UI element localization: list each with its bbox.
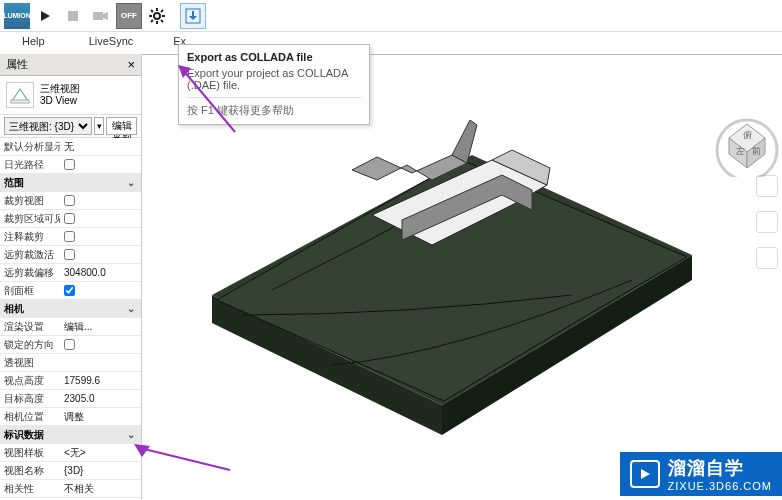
play-button[interactable] (32, 3, 58, 29)
property-label: 相关性 (0, 482, 60, 496)
panel-titlebar: 属性 × (0, 54, 141, 76)
property-checkbox[interactable] (64, 249, 75, 260)
property-label: 默认分析显示... (0, 140, 60, 154)
svg-marker-36 (641, 469, 650, 479)
property-label: 远剪裁偏移 (0, 266, 60, 280)
tooltip-hint: 按 F1 键获得更多帮助 (187, 97, 361, 118)
panel-close-button[interactable]: × (127, 59, 135, 70)
property-row[interactable]: 相机位置调整 (0, 408, 141, 426)
svg-point-4 (154, 13, 160, 19)
type-text: 三维视图 3D View (40, 83, 80, 107)
category-header[interactable]: 标识数据⌄ (0, 426, 141, 444)
filter-button[interactable]: ▾ (94, 117, 104, 135)
svg-marker-0 (41, 11, 50, 21)
property-value[interactable]: 不相关 (60, 482, 141, 496)
menu-help[interactable]: Help (0, 32, 67, 54)
svg-marker-3 (103, 12, 108, 20)
property-label: 相机位置 (0, 410, 60, 424)
edit-type-button[interactable]: 编辑类型 (106, 117, 137, 135)
tooltip-title: Export as COLLADA file (187, 51, 361, 63)
off-button[interactable]: OFF (116, 3, 142, 29)
property-value[interactable]: <无> (60, 446, 141, 460)
category-header[interactable]: 范围⌄ (0, 174, 141, 192)
svg-text:俯: 俯 (743, 130, 752, 140)
nav-bar (756, 175, 778, 269)
svg-line-9 (151, 10, 153, 12)
property-label: 裁剪区域可见 (0, 212, 60, 226)
nav-pan-icon[interactable] (756, 211, 778, 233)
property-row[interactable]: 远剪裁激活 (0, 246, 141, 264)
property-checkbox[interactable] (64, 231, 75, 242)
property-row[interactable]: 相关性不相关 (0, 480, 141, 498)
app-logo: LUMION (4, 3, 30, 29)
family-type-row[interactable]: 三维视图 3D View (0, 76, 141, 115)
property-value[interactable]: 304800.0 (60, 267, 141, 278)
nav-steering-icons[interactable] (756, 175, 778, 197)
menubar: Help LiveSync Ex (0, 32, 782, 54)
property-row[interactable]: 默认分析显示...无 (0, 138, 141, 156)
property-row[interactable]: 注释裁剪 (0, 228, 141, 246)
property-value[interactable]: {3D} (60, 465, 141, 476)
property-row[interactable]: 远剪裁偏移304800.0 (0, 264, 141, 282)
view-type-icon (6, 82, 34, 108)
property-label: 注释裁剪 (0, 230, 60, 244)
menu-livesync[interactable]: LiveSync (67, 32, 156, 54)
svg-text:左: 左 (736, 146, 745, 156)
watermark-play-icon (630, 460, 660, 488)
camera-button[interactable] (88, 3, 114, 29)
property-row[interactable]: 剖面框 (0, 282, 141, 300)
svg-line-10 (161, 20, 163, 22)
export-collada-button[interactable] (180, 3, 206, 29)
property-checkbox[interactable] (64, 339, 75, 350)
property-row[interactable]: 视图名称{3D} (0, 462, 141, 480)
svg-rect-2 (93, 12, 103, 20)
property-row[interactable]: 视点高度17599.6 (0, 372, 141, 390)
property-label: 锁定的方向 (0, 338, 60, 352)
property-row[interactable]: 渲染设置编辑... (0, 318, 141, 336)
panel-title-text: 属性 (6, 57, 28, 72)
watermark-domain: ZIXUE.3D66.COM (668, 480, 772, 492)
svg-line-11 (151, 20, 153, 22)
main-toolbar: LUMION OFF (0, 0, 782, 32)
property-row[interactable]: 裁剪区域可见 (0, 210, 141, 228)
tooltip-desc: Export your project as COLLADA (.DAE) fi… (187, 67, 361, 91)
viewcube[interactable]: 左 前 俯 (712, 107, 782, 177)
properties-panel: 属性 × 三维视图 3D View 三维视图: {3D} ▾ 编辑类型 默认分析… (0, 54, 142, 500)
property-label: 透视图 (0, 356, 60, 370)
stop-button[interactable] (60, 3, 86, 29)
property-checkbox[interactable] (64, 195, 75, 206)
category-header[interactable]: 相机⌄ (0, 300, 141, 318)
watermark-brand: 溜溜自学 (668, 456, 772, 480)
nav-orbit-icon[interactable] (756, 247, 778, 269)
property-row[interactable]: 日光路径 (0, 156, 141, 174)
properties-grid[interactable]: 默认分析显示...无日光路径范围⌄裁剪视图裁剪区域可见注释裁剪远剪裁激活远剪裁偏… (0, 138, 141, 500)
property-checkbox[interactable] (64, 285, 75, 296)
property-row[interactable]: 目标高度2305.0 (0, 390, 141, 408)
property-value[interactable]: 调整 (60, 410, 141, 424)
property-row[interactable]: 视图样板<无> (0, 444, 141, 462)
property-label: 剖面框 (0, 284, 60, 298)
property-value[interactable]: 17599.6 (60, 375, 141, 386)
view-selector-row: 三维视图: {3D} ▾ 编辑类型 (0, 115, 141, 138)
watermark: 溜溜自学 ZIXUE.3D66.COM (620, 452, 782, 496)
property-label: 目标高度 (0, 392, 60, 406)
property-row[interactable]: 锁定的方向 (0, 336, 141, 354)
svg-marker-15 (189, 16, 197, 20)
svg-rect-18 (11, 100, 29, 103)
property-label: 裁剪视图 (0, 194, 60, 208)
svg-line-12 (161, 10, 163, 12)
property-label: 视点高度 (0, 374, 60, 388)
property-checkbox[interactable] (64, 159, 75, 170)
property-checkbox[interactable] (64, 213, 75, 224)
property-value[interactable]: 无 (60, 140, 141, 154)
gear-button[interactable] (144, 3, 170, 29)
property-label: 日光路径 (0, 158, 60, 172)
export-tooltip: Export as COLLADA file Export your proje… (178, 44, 370, 125)
property-label: 远剪裁激活 (0, 248, 60, 262)
svg-rect-1 (68, 11, 78, 21)
property-row[interactable]: 透视图 (0, 354, 141, 372)
property-value[interactable]: 2305.0 (60, 393, 141, 404)
property-value[interactable]: 编辑... (60, 320, 141, 334)
view-selector[interactable]: 三维视图: {3D} (4, 117, 92, 135)
property-row[interactable]: 裁剪视图 (0, 192, 141, 210)
